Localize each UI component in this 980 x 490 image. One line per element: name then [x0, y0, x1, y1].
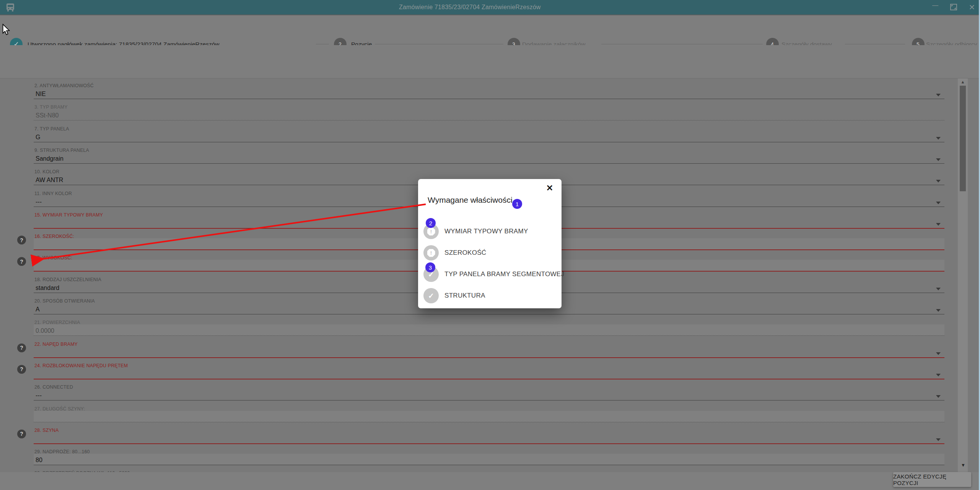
- window-maximize-button[interactable]: [947, 0, 960, 15]
- field-value[interactable]: ---: [36, 391, 42, 399]
- field-fill: [34, 324, 944, 335]
- field-underline: [34, 443, 944, 444]
- field-underline: [34, 163, 944, 164]
- window-titlebar: Zamówienie 71835/23/02704 ZamówienieRzes…: [0, 0, 980, 15]
- dropdown-arrow-icon[interactable]: [936, 395, 941, 398]
- field-underline: [34, 400, 944, 400]
- field-label: 10. KOLOR: [34, 169, 59, 174]
- dropdown-arrow-icon[interactable]: [936, 223, 941, 226]
- field-value[interactable]: 0.0000: [36, 327, 54, 335]
- dropdown-arrow-icon[interactable]: [936, 352, 941, 355]
- required-property-item: ✓ TYP PANELA BRAMY SEGMENTOWEJ: [423, 267, 553, 282]
- field-label: 3. TYP BRAMY: [34, 104, 68, 110]
- required-property-item: ! SZEROKOŚĆ: [423, 245, 553, 260]
- footer-bar: [0, 472, 980, 490]
- field-value[interactable]: 80: [36, 456, 42, 464]
- help-icon[interactable]: ?: [17, 236, 26, 244]
- form-field-row: 7. TYP PANELA G: [0, 126, 980, 147]
- annotation-badge-2: 2: [426, 218, 436, 228]
- field-label: 26. CONNECTED: [34, 384, 73, 390]
- field-label: 28. SZYNA: [34, 428, 59, 433]
- field-label: 15. WYMIAR TYPOWY BRAMY: [34, 212, 103, 218]
- field-label: 21. POWIERZCHNIA: [34, 320, 80, 325]
- dropdown-arrow-icon[interactable]: [936, 137, 941, 140]
- form-field-row: 22. NAPĘD BRAMY: [0, 341, 980, 363]
- field-underline: [34, 142, 944, 142]
- field-label: 9. STRUKTURA PANELA: [34, 148, 89, 153]
- field-value[interactable]: SSt-N80: [36, 111, 59, 119]
- property-label: TYP PANELA BRAMY SEGMENTOWEJ: [444, 267, 564, 282]
- field-label: 2. ANTYWŁAMANIOWOŚĆ: [34, 83, 94, 88]
- dropdown-arrow-icon[interactable]: [936, 202, 941, 204]
- required-property-item: ! WYMIAR TYPOWY BRAMY: [423, 224, 553, 239]
- warning-icon: !: [427, 249, 435, 257]
- warning-icon: !: [427, 228, 435, 236]
- check-icon: ✓: [428, 291, 434, 300]
- help-icon[interactable]: ?: [17, 343, 26, 352]
- field-fill: [34, 454, 944, 465]
- dropdown-arrow-icon[interactable]: [936, 158, 941, 161]
- step-connector: [316, 44, 329, 44]
- field-underline: [34, 465, 944, 465]
- scrollbar-thumb[interactable]: [960, 86, 966, 191]
- window-title: Zamówienie 71835/23/02704 ZamówienieRzes…: [399, 0, 541, 15]
- help-icon[interactable]: ?: [17, 430, 26, 438]
- dialog-close-icon[interactable]: ✕: [545, 183, 555, 193]
- form-field-row: 29. NADPROŻE: 80...160 80: [0, 449, 980, 470]
- dropdown-arrow-icon[interactable]: [936, 438, 941, 441]
- field-underline: [34, 314, 944, 314]
- field-label: 22. NAPĘD BRAMY: [34, 342, 78, 347]
- dropdown-arrow-icon[interactable]: [936, 180, 941, 182]
- field-value[interactable]: standard: [36, 284, 59, 292]
- field-label: 18. RODZAJ USZCZELNIENIA: [34, 277, 101, 282]
- field-underline: [34, 357, 944, 358]
- window-minimize-button[interactable]: —: [929, 0, 942, 15]
- property-label: SZEROKOŚĆ: [444, 245, 486, 260]
- maximize-icon: [949, 3, 958, 11]
- dropdown-arrow-icon[interactable]: [936, 309, 941, 312]
- form-field-row: 2. ANTYWŁAMANIOWOŚĆ NIE: [0, 83, 980, 104]
- field-value[interactable]: G: [36, 133, 40, 141]
- step-connector: [845, 44, 905, 44]
- field-label: 7. TYP PANELA: [34, 126, 69, 132]
- property-label: STRUKTURA: [444, 288, 485, 303]
- field-label: 24. ROZBLOKOWANIE NAPĘDU PRĘTEM: [34, 363, 128, 368]
- item-toolbar: ← DRAFT Liczba sztuk 1 Brama garażowa se…: [0, 45, 980, 78]
- form-field-row: 27. DŁUGOŚĆ SZYNY:: [0, 406, 980, 427]
- finish-edit-button[interactable]: ZAKOŃCZ EDYCJĘ POZYCJI: [893, 472, 971, 487]
- scrollbar-down-icon[interactable]: ▼: [960, 462, 966, 468]
- field-value[interactable]: NIE: [36, 90, 46, 98]
- form-field-row: 21. POWIERZCHNIA 0.0000: [0, 319, 980, 341]
- required-property-item: ✓ STRUKTURA: [423, 288, 553, 303]
- field-label: 29. NADPROŻE: 80...160: [34, 449, 90, 454]
- window-close-button[interactable]: ✕: [965, 0, 978, 15]
- dropdown-arrow-icon[interactable]: [936, 94, 941, 96]
- field-underline: [34, 120, 944, 120]
- field-underline: [34, 335, 944, 336]
- field-label: 17. WYSOKOŚĆ:: [34, 255, 72, 260]
- property-status-icon: !: [423, 245, 439, 260]
- required-properties-dialog: ✕ Wymagane właściwości ! WYMIAR TYPOWY B…: [418, 179, 562, 308]
- field-underline: [34, 99, 944, 99]
- form-field-row: 26. CONNECTED ---: [0, 384, 980, 405]
- field-value[interactable]: Sandgrain: [36, 155, 63, 163]
- scrollbar-up-icon[interactable]: ▲: [960, 79, 966, 85]
- field-value[interactable]: ---: [36, 198, 42, 206]
- app-truck-icon: [5, 3, 15, 12]
- help-icon[interactable]: ?: [17, 365, 26, 374]
- property-label: WYMIAR TYPOWY BRAMY: [444, 224, 528, 239]
- form-field-row: 9. STRUKTURA PANELA Sandgrain: [0, 147, 980, 169]
- form-field-row: 28. SZYNA: [0, 427, 980, 449]
- field-underline: [34, 422, 944, 422]
- dropdown-arrow-icon[interactable]: [936, 288, 941, 290]
- annotation-badge-1: 1: [512, 199, 522, 209]
- field-value[interactable]: A: [36, 305, 40, 313]
- field-underline: [34, 379, 944, 379]
- dialog-title: Wymagane właściwości: [428, 195, 513, 205]
- field-fill: [34, 411, 944, 422]
- dropdown-arrow-icon[interactable]: [936, 374, 941, 376]
- field-label: 16. SZEROKOŚĆ:: [34, 234, 74, 239]
- form-field-row: 3. TYP BRAMY SSt-N80: [0, 104, 980, 125]
- step-connector: [601, 44, 763, 44]
- field-value[interactable]: AW ANTR: [36, 176, 63, 184]
